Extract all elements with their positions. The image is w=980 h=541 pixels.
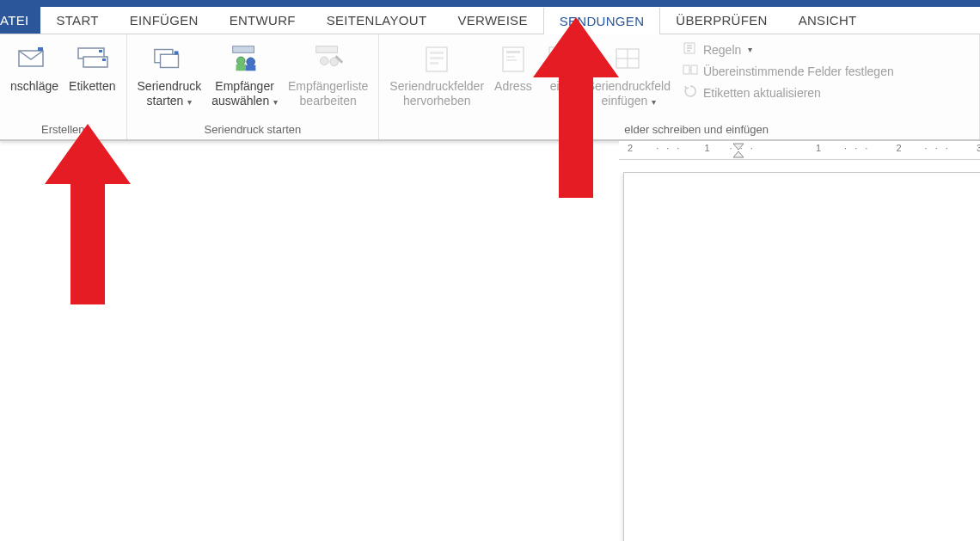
zeile-label: eile <box>550 79 569 94</box>
svg-rect-24 <box>506 59 517 61</box>
group-erstellen-label: Erstellen <box>5 121 121 138</box>
seriendruckfeld-einfuegen-button[interactable]: Seriendruckfeld einfügen ▾ <box>582 38 676 109</box>
svg-rect-27 <box>553 58 561 59</box>
document-page[interactable] <box>623 172 980 541</box>
ribbon-tabs: ATEI START EINFÜGEN ENTWURF SEITENLAYOUT… <box>0 7 980 34</box>
uebereinstimmende-felder-button[interactable]: Übereinstimmende Felder festlegen <box>683 63 894 79</box>
tab-verweise[interactable]: VERWEISE <box>442 7 542 34</box>
ruler-ticks: 2· · · 1· · · 1· · · 2· · · 3· · · 4· · … <box>628 143 980 153</box>
address-block-icon <box>496 41 530 76</box>
tab-ansicht[interactable]: ANSICHT <box>783 7 873 34</box>
svg-point-10 <box>236 57 245 65</box>
indent-marker-icon[interactable] <box>732 143 744 160</box>
rules-icon <box>683 41 698 58</box>
svg-rect-5 <box>102 58 106 61</box>
tab-seitenlayout[interactable]: SEITENLAYOUT <box>311 7 443 34</box>
etiketten-aktualisieren-button[interactable]: Etiketten aktualisieren <box>683 84 894 101</box>
group-erstellen: nschläge Etiketten Erstellen <box>0 34 127 139</box>
title-bar <box>0 0 980 7</box>
svg-rect-20 <box>430 62 438 65</box>
adressblock-button[interactable]: Adress <box>489 38 537 94</box>
annotation-arrow-etiketten <box>36 124 139 313</box>
tab-ueberpruefen[interactable]: ÜBERPRÜFEN <box>660 7 782 34</box>
empfaenger-auswaehlen-button[interactable]: Empfänger auswählen ▾ <box>206 38 283 109</box>
refresh-labels-icon <box>683 84 698 101</box>
edit-list-icon <box>311 41 346 76</box>
svg-rect-18 <box>430 52 444 54</box>
hervorheben-label: Seriendruckfelder hervorheben <box>389 79 484 108</box>
svg-point-15 <box>320 57 328 65</box>
ribbon-panel: nschläge Etiketten Erstellen Seriendruck… <box>0 34 980 141</box>
insert-field-icon <box>611 41 646 76</box>
grusszeile-button[interactable]: eile <box>537 38 582 94</box>
envelope-icon <box>17 41 52 76</box>
svg-rect-23 <box>506 56 515 58</box>
svg-rect-3 <box>83 57 107 67</box>
svg-rect-12 <box>236 65 245 71</box>
group-felder: Seriendruckfelder hervorheben Adress eil… <box>379 34 980 139</box>
tab-start[interactable]: START <box>40 7 113 34</box>
chevron-down-icon: ▾ <box>185 97 192 107</box>
svg-rect-33 <box>691 65 697 74</box>
svg-rect-26 <box>553 52 567 54</box>
horizontal-ruler[interactable]: 2· · · 1· · · 1· · · 2· · · 3· · · 4· · … <box>619 141 980 160</box>
einfuegen-label: Seriendruckfeld einfügen ▾ <box>587 79 671 109</box>
empfaengerliste-bearbeiten-label: Empfängerliste bearbeiten <box>288 79 368 108</box>
aktualisieren-label: Etiketten aktualisieren <box>703 86 821 100</box>
svg-rect-22 <box>506 51 520 53</box>
highlight-fields-icon <box>420 41 454 76</box>
match-fields-icon <box>683 63 698 79</box>
labels-icon <box>75 41 109 76</box>
chevron-down-icon: ▾ <box>649 97 656 107</box>
svg-rect-8 <box>175 51 179 54</box>
tab-sendungen[interactable]: SENDUNGEN <box>543 8 661 34</box>
tab-einfuegen[interactable]: EINFÜGEN <box>114 7 214 34</box>
seriendruck-starten-label: Seriendruck starten ▾ <box>138 79 202 109</box>
empfaengerliste-bearbeiten-button[interactable]: Empfängerliste bearbeiten <box>283 38 373 108</box>
regeln-button[interactable]: Regeln ▾ <box>683 41 894 58</box>
etiketten-button[interactable]: Etiketten <box>64 38 120 94</box>
tab-datei[interactable]: ATEI <box>0 7 40 34</box>
adress-label: Adress <box>494 79 532 94</box>
svg-rect-1 <box>38 47 43 51</box>
recipients-icon <box>228 41 262 76</box>
felder-extra-list: Regeln ▾ Übereinstimmende Felder festleg… <box>676 38 901 101</box>
umschlaege-button[interactable]: nschläge <box>5 38 64 94</box>
svg-rect-9 <box>232 46 254 53</box>
mailmerge-start-icon <box>152 41 187 76</box>
group-seriendruck-starten: Seriendruck starten ▾ Empfänger auswähle… <box>127 34 380 139</box>
tab-entwurf[interactable]: ENTWURF <box>214 7 311 34</box>
seriendruck-starten-button[interactable]: Seriendruck starten ▾ <box>132 38 207 109</box>
etiketten-label: Etiketten <box>69 79 115 94</box>
group-felder-label: elder schreiben und einfügen <box>384 121 974 138</box>
svg-rect-13 <box>246 65 255 71</box>
regeln-label: Regeln <box>703 43 741 57</box>
greeting-line-icon <box>542 41 577 76</box>
chevron-down-icon: ▾ <box>748 45 752 54</box>
svg-rect-7 <box>160 54 178 67</box>
svg-rect-4 <box>99 50 102 52</box>
seriendruckfelder-hervorheben-button[interactable]: Seriendruckfelder hervorheben <box>384 38 489 108</box>
svg-rect-14 <box>315 46 337 53</box>
uebereinstimmende-label: Übereinstimmende Felder festlegen <box>703 65 894 78</box>
svg-rect-32 <box>683 65 689 74</box>
svg-rect-19 <box>430 57 444 59</box>
umschlaege-label: nschläge <box>10 79 58 94</box>
chevron-down-icon: ▾ <box>271 97 278 107</box>
empfaenger-auswaehlen-label: Empfänger auswählen ▾ <box>211 79 278 109</box>
svg-point-11 <box>246 58 254 66</box>
group-seriendruck-starten-label: Seriendruck starten <box>132 121 374 138</box>
